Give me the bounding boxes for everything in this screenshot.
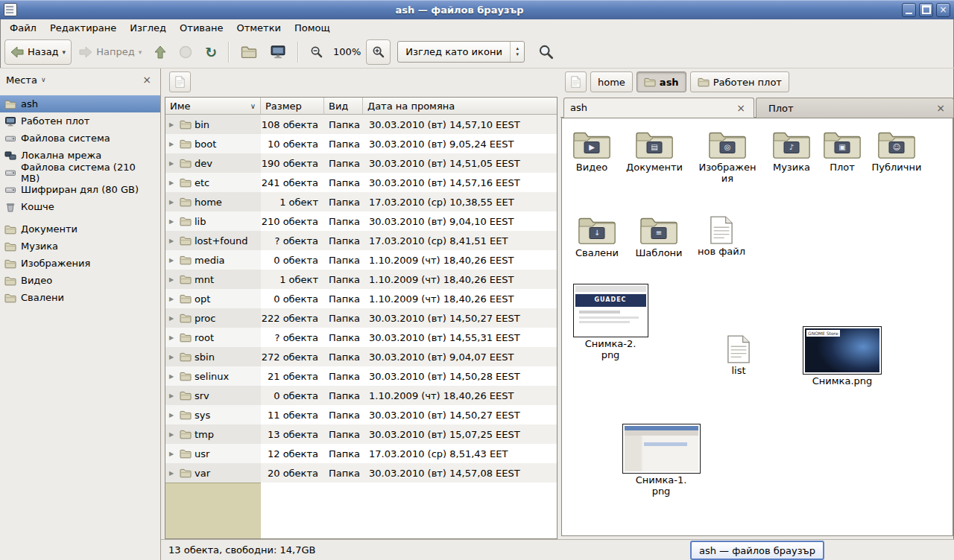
sidebar-dropdown-icon[interactable]: ∨	[41, 76, 46, 83]
menu-item[interactable]: Редактиране	[43, 21, 123, 35]
up-button[interactable]	[149, 40, 171, 64]
expander-icon[interactable]: ▶	[169, 470, 177, 477]
menu-item[interactable]: Отметки	[230, 21, 287, 35]
location-toggle-button[interactable]	[565, 71, 587, 92]
stop-button[interactable]	[174, 40, 198, 64]
expander-icon[interactable]: ▶	[169, 276, 177, 283]
table-row[interactable]: ▶lost+found? обектаПапка17.03.2010 (ср) …	[165, 231, 557, 250]
sidebar-item[interactable]: Файлова система	[0, 130, 160, 147]
expander-icon[interactable]: ▶	[169, 451, 177, 457]
sidebar-close-icon[interactable]: ×	[139, 74, 154, 86]
tab-close-icon[interactable]: ×	[734, 102, 748, 114]
tab[interactable]: Плот×	[756, 98, 954, 118]
menu-item[interactable]: Помощ	[288, 21, 337, 35]
table-row[interactable]: ▶home1 обектПапка17.03.2010 (ср) 10,38,5…	[165, 192, 557, 211]
sidebar-item[interactable]: Кошче	[0, 198, 160, 215]
folder-icon-item[interactable]: ♪Музика	[765, 130, 818, 174]
table-row[interactable]: ▶dev190 обектаПапка30.03.2010 (вт) 14,51…	[165, 153, 557, 173]
expander-icon[interactable]: ▶	[169, 412, 177, 419]
folder-icon-item[interactable]: ≡Шаблони	[633, 215, 685, 259]
expander-icon[interactable]: ▶	[169, 141, 177, 147]
image-icon-item[interactable]: GNOME StoreСнимка.png	[805, 326, 879, 387]
column-header-name[interactable]: Име ∨	[165, 98, 261, 115]
zoom-out-button[interactable]	[305, 40, 328, 64]
menu-item[interactable]: Изглед	[123, 21, 173, 35]
table-row[interactable]: ▶usr12 обектаПапка17.03.2010 (ср) 8,51,4…	[165, 444, 557, 463]
sidebar-title[interactable]: Места	[6, 74, 37, 86]
sidebar-item[interactable]: Изображения	[0, 255, 160, 272]
sidebar-item[interactable]: Файлова система (210 MB)	[0, 164, 160, 181]
expander-icon[interactable]: ▶	[169, 431, 177, 438]
search-button[interactable]	[533, 40, 559, 64]
expander-icon[interactable]: ▶	[169, 334, 177, 341]
maximize-button[interactable]	[919, 3, 933, 17]
expander-icon[interactable]: ▶	[169, 354, 177, 360]
table-row[interactable]: ▶boot10 обектаПапка30.03.2010 (вт) 9,05,…	[165, 134, 557, 153]
column-header-type[interactable]: Вид	[324, 98, 363, 115]
table-row[interactable]: ▶tmp13 обектаПапка30.03.2010 (вт) 15,07,…	[165, 424, 557, 444]
image-icon-item[interactable]: Снимка-1. png	[624, 424, 698, 497]
expander-icon[interactable]: ▶	[169, 160, 177, 167]
image-icon-item[interactable]: GUADECСнимка-2. png	[573, 284, 648, 361]
table-row[interactable]: ▶opt0 обектаПапка1.10.2009 (чт) 18,40,26…	[165, 289, 557, 308]
combo-spinner-icon[interactable]: ▴▾	[510, 42, 524, 62]
home-button[interactable]	[236, 40, 262, 64]
reload-button[interactable]: ↻	[200, 40, 222, 64]
sidebar-item[interactable]: Документи	[0, 220, 160, 238]
pathbar-button[interactable]: Работен плот	[690, 71, 789, 92]
sidebar-item[interactable]: Шифриран дял (80 GB)	[0, 181, 160, 198]
pathbar-button[interactable]: home	[590, 71, 633, 92]
pathbar-button[interactable]: ash	[636, 71, 686, 92]
folder-icon-item[interactable]: ▶Видео	[566, 130, 618, 174]
expander-icon[interactable]: ▶	[169, 199, 177, 206]
table-row[interactable]: ▶lib210 обектаПапка30.03.2010 (вт) 9,04,…	[165, 211, 557, 231]
table-row[interactable]: ▶etc241 обектаПапка30.03.2010 (вт) 14,57…	[165, 173, 557, 192]
sidebar-item[interactable]: Видео	[0, 272, 160, 289]
table-row[interactable]: ▶proc222 обектаПапка30.03.2010 (вт) 14,5…	[165, 308, 557, 328]
folder-icon-item[interactable]: ▤Документи	[628, 130, 680, 174]
folder-icon-item[interactable]: ↓Свалени	[571, 215, 623, 259]
back-button[interactable]: Назад ▾	[4, 39, 72, 65]
column-header-size[interactable]: Размер	[261, 98, 324, 115]
table-row[interactable]: ▶root? обектаПапка30.03.2010 (вт) 14,55,…	[165, 328, 557, 347]
table-row[interactable]: ▶sys11 обектаПапка30.03.2010 (вт) 14,50,…	[165, 405, 557, 424]
table-row[interactable]: ▶selinux21 обектаПапка30.03.2010 (вт) 14…	[165, 366, 557, 386]
tab-close-icon[interactable]: ×	[934, 102, 947, 114]
menu-item[interactable]: Файл	[3, 21, 43, 35]
close-button[interactable]: ×	[936, 3, 950, 17]
sidebar-item[interactable]: Музика	[0, 238, 160, 255]
expander-icon[interactable]: ▶	[169, 257, 177, 264]
table-row[interactable]: ▶srv0 обектаПапка1.10.2009 (чт) 18,40,26…	[165, 386, 557, 405]
folder-icon-item[interactable]: ◎Изображен ия	[701, 130, 754, 185]
sidebar-item[interactable]: Работен плот	[0, 112, 160, 130]
expander-icon[interactable]: ▶	[169, 296, 177, 302]
expander-icon[interactable]: ▶	[169, 392, 177, 399]
tab[interactable]: ash×	[563, 98, 754, 118]
table-row[interactable]: ▶var20 обектаПапка30.03.2010 (вт) 14,57,…	[165, 463, 557, 483]
file-icon-item[interactable]: нов файл	[695, 215, 748, 258]
folder-icon-item[interactable]: ▣Плот	[816, 130, 868, 174]
expander-icon[interactable]: ▶	[169, 373, 177, 380]
forward-button[interactable]: Напред ▾	[74, 40, 147, 64]
table-row[interactable]: ▶mnt1 обектПапка1.10.2009 (чт) 18,40,26 …	[165, 270, 557, 289]
expander-icon[interactable]: ▶	[169, 218, 177, 225]
expander-icon[interactable]: ▶	[169, 238, 177, 244]
expander-icon[interactable]: ▶	[169, 121, 177, 128]
computer-button[interactable]	[265, 40, 291, 64]
minimize-button[interactable]	[902, 3, 916, 17]
sidebar-item[interactable]: ash	[0, 95, 160, 112]
taskbar-window-button[interactable]: ash — файлов браузър	[690, 541, 824, 560]
location-toggle-button[interactable]	[169, 71, 191, 92]
title-bar[interactable]: ash — файлов браузър ×	[0, 0, 954, 19]
table-row[interactable]: ▶bin108 обектаПапка30.03.2010 (вт) 14,57…	[165, 115, 557, 134]
expander-icon[interactable]: ▶	[169, 315, 177, 322]
folder-icon-item[interactable]: ☺Публични	[871, 130, 923, 174]
zoom-in-button[interactable]	[366, 39, 391, 65]
menu-item[interactable]: Отиване	[173, 21, 230, 35]
column-header-date[interactable]: Дата на промяна	[363, 98, 557, 115]
file-icon-item[interactable]: list	[713, 334, 765, 377]
view-mode-select[interactable]: Изглед като икони ▴▾	[397, 41, 525, 63]
expander-icon[interactable]: ▶	[169, 179, 177, 186]
sidebar-item[interactable]: Свалени	[0, 289, 160, 306]
table-row[interactable]: ▶media0 обектаПапка1.10.2009 (чт) 18,40,…	[165, 250, 557, 270]
